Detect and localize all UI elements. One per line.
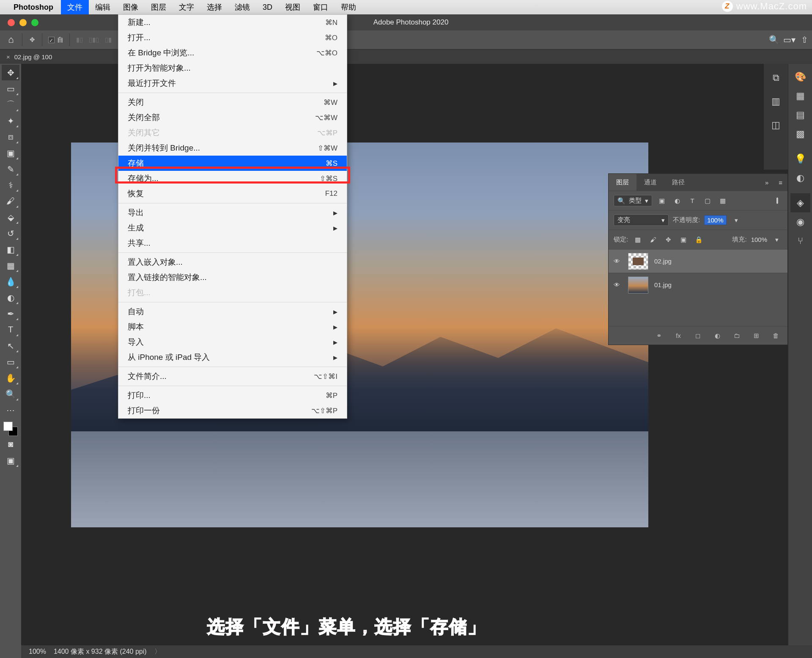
layer-kind-select[interactable]: 🔍 类型 ▾: [614, 195, 652, 206]
panel-menu-icon[interactable]: ≡: [774, 179, 787, 186]
filter-smart-icon[interactable]: ▦: [717, 196, 728, 206]
blur-tool[interactable]: 💧: [2, 274, 19, 289]
adjustment-layer-icon[interactable]: ◐: [712, 332, 722, 340]
align-right-icon[interactable]: ▯▮: [101, 33, 115, 47]
status-chevron-icon[interactable]: 〉: [154, 647, 161, 656]
align-left-icon[interactable]: ▮▯: [72, 33, 87, 47]
menu-item[interactable]: 从 iPhone 或 iPad 导入: [118, 350, 347, 365]
menu-filter[interactable]: 滤镜: [228, 0, 256, 14]
menu-item[interactable]: 存储⌘S: [118, 156, 347, 171]
menu-item[interactable]: 共享...: [118, 236, 347, 251]
menu-item[interactable]: 打印一份⌥⇧⌘P: [118, 403, 347, 418]
app-name[interactable]: Photoshop: [14, 3, 53, 12]
layer-name[interactable]: 01.jpg: [654, 281, 672, 288]
layer-name[interactable]: 02.jpg: [654, 258, 672, 265]
menu-item[interactable]: 导出: [118, 205, 347, 220]
filter-toggle-icon[interactable]: ⏽: [771, 196, 782, 206]
menu-select[interactable]: 选择: [200, 0, 228, 14]
lock-pixels-icon[interactable]: ▩: [632, 235, 643, 244]
menu-item[interactable]: 置入链接的智能对象...: [118, 270, 347, 285]
patterns-panel-icon[interactable]: ▩: [790, 124, 810, 143]
opacity-dropdown-icon[interactable]: ▾: [731, 216, 742, 225]
stamp-tool[interactable]: ⬙: [2, 209, 19, 225]
menu-item[interactable]: 导入: [118, 334, 347, 350]
menu-item[interactable]: 关闭并转到 Bridge...⇧⌘W: [118, 140, 347, 156]
eyedropper-tool[interactable]: ✎: [2, 161, 19, 177]
marquee-tool[interactable]: ▭: [2, 81, 19, 96]
channels-panel-icon[interactable]: ◉: [790, 212, 810, 231]
menu-item[interactable]: 新建...⌘N: [118, 15, 347, 30]
move-tool-icon[interactable]: ✥: [25, 33, 39, 47]
menu-item[interactable]: 恢复F12: [118, 186, 347, 201]
lock-artboard-icon[interactable]: ▣: [678, 235, 689, 244]
properties-panel-icon[interactable]: ▥: [764, 93, 788, 110]
adjust-panel-icon[interactable]: 💡: [790, 149, 810, 168]
tab-layers[interactable]: 图层: [609, 174, 636, 191]
filter-shape-icon[interactable]: ▢: [702, 196, 713, 206]
dodge-tool[interactable]: ◐: [2, 290, 19, 305]
gradient-tool[interactable]: ▦: [2, 258, 19, 273]
eraser-tool[interactable]: ◧: [2, 241, 19, 257]
menu-item[interactable]: 脚本: [118, 319, 347, 334]
new-layer-icon[interactable]: ⊞: [751, 332, 761, 340]
menu-item[interactable]: 在 Bridge 中浏览...⌥⌘O: [118, 45, 347, 60]
lock-all-icon[interactable]: 🔒: [693, 235, 704, 244]
healing-tool[interactable]: ⚕: [2, 177, 19, 193]
color-panel-icon[interactable]: 🎨: [790, 67, 810, 86]
doc-dimensions[interactable]: 1400 像素 x 932 像素 (240 ppi): [54, 647, 147, 656]
swatches-panel-icon[interactable]: ▦: [790, 86, 810, 105]
close-tab-icon[interactable]: ×: [6, 53, 10, 60]
home-icon[interactable]: ⌂: [3, 34, 19, 45]
panel-collapse-icon[interactable]: »: [760, 179, 774, 186]
menu-item[interactable]: 打开为智能对象...: [118, 60, 347, 76]
filter-image-icon[interactable]: ▣: [656, 196, 667, 206]
paths-panel-icon[interactable]: ⑂: [790, 231, 810, 250]
menu-item[interactable]: 文件简介...⌥⇧⌘I: [118, 369, 347, 384]
search-icon[interactable]: 🔍: [766, 35, 782, 45]
layers-panel-icon[interactable]: ◈: [790, 193, 810, 212]
layer-thumbnail[interactable]: [628, 253, 648, 270]
visibility-icon[interactable]: 👁: [614, 258, 622, 265]
share-icon[interactable]: ⇧: [797, 35, 812, 45]
path-select-tool[interactable]: ↖: [2, 338, 19, 354]
opacity-value[interactable]: 100%: [704, 215, 726, 225]
filter-type-icon[interactable]: T: [687, 196, 698, 206]
lasso-tool[interactable]: ⌒: [2, 97, 19, 112]
hand-tool[interactable]: ✋: [2, 370, 19, 386]
color-swatch[interactable]: [3, 422, 18, 436]
history-brush-tool[interactable]: ↺: [2, 225, 19, 241]
menu-edit[interactable]: 编辑: [89, 0, 117, 14]
menu-item[interactable]: 存储为...⇧⌘S: [118, 171, 347, 186]
menu-item[interactable]: 打印...⌘P: [118, 388, 347, 403]
menu-window[interactable]: 窗口: [307, 0, 335, 14]
history-panel-icon[interactable]: ⧉: [764, 70, 788, 86]
menu-item[interactable]: 自动: [118, 304, 347, 319]
menu-file[interactable]: 文件: [61, 0, 89, 14]
layer-thumbnail[interactable]: [628, 277, 648, 293]
brush-tool[interactable]: 🖌: [2, 193, 19, 209]
visibility-icon[interactable]: 👁: [614, 281, 622, 288]
layer-row[interactable]: 👁 02.jpg: [609, 249, 787, 273]
crop-tool[interactable]: ⧈: [2, 129, 19, 145]
menu-type[interactable]: 文字: [173, 0, 200, 14]
pen-tool[interactable]: ✒: [2, 306, 19, 321]
fill-dropdown-icon[interactable]: ▾: [771, 235, 782, 244]
screenmode-tool[interactable]: ▣: [2, 452, 19, 468]
menu-item[interactable]: 生成: [118, 220, 347, 236]
tab-channels[interactable]: 通道: [636, 174, 664, 191]
menu-image[interactable]: 图像: [117, 0, 145, 14]
blend-mode-select[interactable]: 变亮▾: [614, 214, 669, 226]
menu-layer[interactable]: 图层: [145, 0, 173, 14]
type-tool[interactable]: T: [2, 322, 19, 337]
quick-select-tool[interactable]: ✦: [2, 113, 19, 129]
layer-mask-icon[interactable]: ◻: [693, 332, 703, 340]
lock-position-icon[interactable]: ✥: [663, 235, 674, 244]
zoom-level[interactable]: 100%: [29, 648, 46, 655]
group-icon[interactable]: 🗀: [732, 332, 742, 339]
menu-item[interactable]: 打开...⌘O: [118, 30, 347, 45]
doc-tab[interactable]: × 02.jpg @ 100: [0, 49, 58, 64]
menu-help[interactable]: 帮助: [335, 0, 362, 14]
auto-select-checkbox[interactable]: 自: [48, 36, 63, 44]
menu-item[interactable]: 关闭全部⌥⌘W: [118, 110, 347, 125]
delete-layer-icon[interactable]: 🗑: [771, 332, 781, 339]
